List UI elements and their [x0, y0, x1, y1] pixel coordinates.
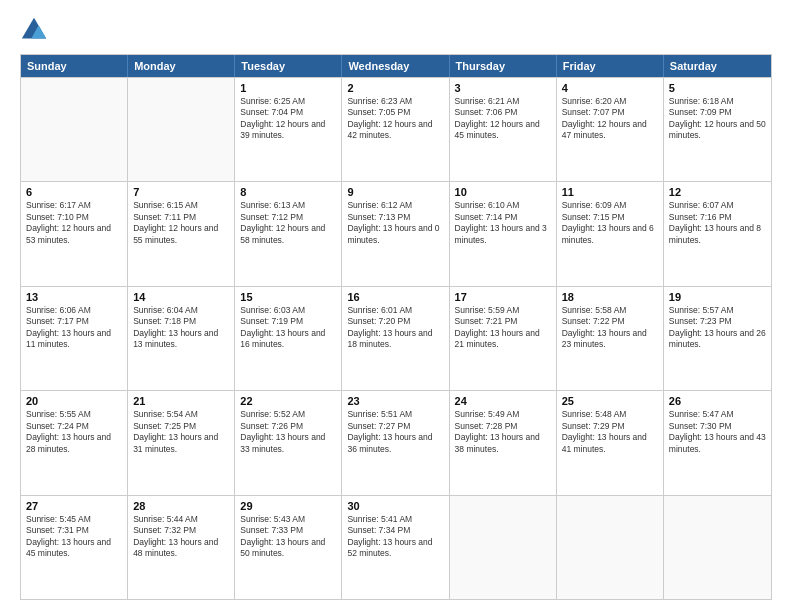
day-cell-15: 15Sunrise: 6:03 AMSunset: 7:19 PMDayligh… [235, 287, 342, 390]
day-cell-4: 4Sunrise: 6:20 AMSunset: 7:07 PMDaylight… [557, 78, 664, 181]
col-header-saturday: Saturday [664, 55, 771, 77]
day-info: Sunrise: 6:13 AMSunset: 7:12 PMDaylight:… [240, 200, 336, 246]
col-header-thursday: Thursday [450, 55, 557, 77]
day-number: 9 [347, 186, 443, 198]
empty-cell [450, 496, 557, 599]
day-number: 13 [26, 291, 122, 303]
day-info: Sunrise: 6:18 AMSunset: 7:09 PMDaylight:… [669, 96, 766, 142]
day-number: 18 [562, 291, 658, 303]
day-number: 11 [562, 186, 658, 198]
day-cell-12: 12Sunrise: 6:07 AMSunset: 7:16 PMDayligh… [664, 182, 771, 285]
day-number: 3 [455, 82, 551, 94]
col-header-sunday: Sunday [21, 55, 128, 77]
day-number: 29 [240, 500, 336, 512]
col-header-monday: Monday [128, 55, 235, 77]
day-number: 15 [240, 291, 336, 303]
day-cell-7: 7Sunrise: 6:15 AMSunset: 7:11 PMDaylight… [128, 182, 235, 285]
day-info: Sunrise: 6:01 AMSunset: 7:20 PMDaylight:… [347, 305, 443, 351]
day-number: 23 [347, 395, 443, 407]
calendar: SundayMondayTuesdayWednesdayThursdayFrid… [20, 54, 772, 600]
week-row-4: 20Sunrise: 5:55 AMSunset: 7:24 PMDayligh… [21, 390, 771, 494]
day-cell-14: 14Sunrise: 6:04 AMSunset: 7:18 PMDayligh… [128, 287, 235, 390]
day-number: 20 [26, 395, 122, 407]
day-info: Sunrise: 5:41 AMSunset: 7:34 PMDaylight:… [347, 514, 443, 560]
day-info: Sunrise: 5:49 AMSunset: 7:28 PMDaylight:… [455, 409, 551, 455]
day-number: 10 [455, 186, 551, 198]
day-cell-22: 22Sunrise: 5:52 AMSunset: 7:26 PMDayligh… [235, 391, 342, 494]
day-number: 22 [240, 395, 336, 407]
day-cell-26: 26Sunrise: 5:47 AMSunset: 7:30 PMDayligh… [664, 391, 771, 494]
day-cell-9: 9Sunrise: 6:12 AMSunset: 7:13 PMDaylight… [342, 182, 449, 285]
day-info: Sunrise: 6:23 AMSunset: 7:05 PMDaylight:… [347, 96, 443, 142]
day-info: Sunrise: 5:54 AMSunset: 7:25 PMDaylight:… [133, 409, 229, 455]
day-info: Sunrise: 6:07 AMSunset: 7:16 PMDaylight:… [669, 200, 766, 246]
day-cell-19: 19Sunrise: 5:57 AMSunset: 7:23 PMDayligh… [664, 287, 771, 390]
day-number: 16 [347, 291, 443, 303]
calendar-body: 1Sunrise: 6:25 AMSunset: 7:04 PMDaylight… [21, 77, 771, 599]
day-cell-21: 21Sunrise: 5:54 AMSunset: 7:25 PMDayligh… [128, 391, 235, 494]
day-info: Sunrise: 6:15 AMSunset: 7:11 PMDaylight:… [133, 200, 229, 246]
day-number: 4 [562, 82, 658, 94]
day-number: 1 [240, 82, 336, 94]
day-cell-1: 1Sunrise: 6:25 AMSunset: 7:04 PMDaylight… [235, 78, 342, 181]
week-row-1: 1Sunrise: 6:25 AMSunset: 7:04 PMDaylight… [21, 77, 771, 181]
col-header-friday: Friday [557, 55, 664, 77]
col-header-wednesday: Wednesday [342, 55, 449, 77]
day-info: Sunrise: 5:55 AMSunset: 7:24 PMDaylight:… [26, 409, 122, 455]
day-info: Sunrise: 5:58 AMSunset: 7:22 PMDaylight:… [562, 305, 658, 351]
logo [20, 16, 52, 44]
day-number: 25 [562, 395, 658, 407]
page: SundayMondayTuesdayWednesdayThursdayFrid… [0, 0, 792, 612]
day-cell-23: 23Sunrise: 5:51 AMSunset: 7:27 PMDayligh… [342, 391, 449, 494]
day-cell-27: 27Sunrise: 5:45 AMSunset: 7:31 PMDayligh… [21, 496, 128, 599]
day-info: Sunrise: 6:12 AMSunset: 7:13 PMDaylight:… [347, 200, 443, 246]
day-info: Sunrise: 5:57 AMSunset: 7:23 PMDaylight:… [669, 305, 766, 351]
empty-cell [21, 78, 128, 181]
day-cell-24: 24Sunrise: 5:49 AMSunset: 7:28 PMDayligh… [450, 391, 557, 494]
day-cell-3: 3Sunrise: 6:21 AMSunset: 7:06 PMDaylight… [450, 78, 557, 181]
week-row-2: 6Sunrise: 6:17 AMSunset: 7:10 PMDaylight… [21, 181, 771, 285]
day-number: 19 [669, 291, 766, 303]
empty-cell [664, 496, 771, 599]
week-row-5: 27Sunrise: 5:45 AMSunset: 7:31 PMDayligh… [21, 495, 771, 599]
day-number: 28 [133, 500, 229, 512]
day-cell-2: 2Sunrise: 6:23 AMSunset: 7:05 PMDaylight… [342, 78, 449, 181]
day-info: Sunrise: 5:45 AMSunset: 7:31 PMDaylight:… [26, 514, 122, 560]
day-cell-20: 20Sunrise: 5:55 AMSunset: 7:24 PMDayligh… [21, 391, 128, 494]
day-info: Sunrise: 5:43 AMSunset: 7:33 PMDaylight:… [240, 514, 336, 560]
day-number: 14 [133, 291, 229, 303]
day-number: 24 [455, 395, 551, 407]
day-cell-29: 29Sunrise: 5:43 AMSunset: 7:33 PMDayligh… [235, 496, 342, 599]
day-number: 26 [669, 395, 766, 407]
day-cell-28: 28Sunrise: 5:44 AMSunset: 7:32 PMDayligh… [128, 496, 235, 599]
header [20, 16, 772, 44]
day-cell-25: 25Sunrise: 5:48 AMSunset: 7:29 PMDayligh… [557, 391, 664, 494]
day-cell-10: 10Sunrise: 6:10 AMSunset: 7:14 PMDayligh… [450, 182, 557, 285]
day-info: Sunrise: 6:10 AMSunset: 7:14 PMDaylight:… [455, 200, 551, 246]
day-number: 6 [26, 186, 122, 198]
day-number: 7 [133, 186, 229, 198]
day-info: Sunrise: 5:52 AMSunset: 7:26 PMDaylight:… [240, 409, 336, 455]
empty-cell [557, 496, 664, 599]
day-info: Sunrise: 6:20 AMSunset: 7:07 PMDaylight:… [562, 96, 658, 142]
logo-icon [20, 16, 48, 44]
day-number: 5 [669, 82, 766, 94]
day-number: 30 [347, 500, 443, 512]
day-info: Sunrise: 6:03 AMSunset: 7:19 PMDaylight:… [240, 305, 336, 351]
day-info: Sunrise: 5:44 AMSunset: 7:32 PMDaylight:… [133, 514, 229, 560]
day-info: Sunrise: 6:25 AMSunset: 7:04 PMDaylight:… [240, 96, 336, 142]
day-cell-13: 13Sunrise: 6:06 AMSunset: 7:17 PMDayligh… [21, 287, 128, 390]
day-info: Sunrise: 6:09 AMSunset: 7:15 PMDaylight:… [562, 200, 658, 246]
week-row-3: 13Sunrise: 6:06 AMSunset: 7:17 PMDayligh… [21, 286, 771, 390]
day-cell-11: 11Sunrise: 6:09 AMSunset: 7:15 PMDayligh… [557, 182, 664, 285]
day-cell-16: 16Sunrise: 6:01 AMSunset: 7:20 PMDayligh… [342, 287, 449, 390]
day-info: Sunrise: 5:51 AMSunset: 7:27 PMDaylight:… [347, 409, 443, 455]
day-cell-18: 18Sunrise: 5:58 AMSunset: 7:22 PMDayligh… [557, 287, 664, 390]
day-info: Sunrise: 6:21 AMSunset: 7:06 PMDaylight:… [455, 96, 551, 142]
day-cell-17: 17Sunrise: 5:59 AMSunset: 7:21 PMDayligh… [450, 287, 557, 390]
day-number: 12 [669, 186, 766, 198]
day-info: Sunrise: 6:17 AMSunset: 7:10 PMDaylight:… [26, 200, 122, 246]
calendar-header-row: SundayMondayTuesdayWednesdayThursdayFrid… [21, 55, 771, 77]
day-info: Sunrise: 5:48 AMSunset: 7:29 PMDaylight:… [562, 409, 658, 455]
empty-cell [128, 78, 235, 181]
